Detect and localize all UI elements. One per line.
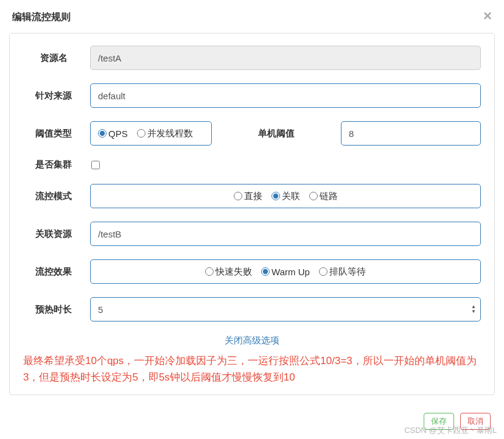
ref-resource-input[interactable] bbox=[90, 222, 481, 246]
toggle-advanced-link[interactable]: 关闭高级选项 bbox=[225, 335, 279, 345]
radio-relate[interactable]: 关联 bbox=[271, 191, 300, 202]
mode-label: 流控模式 bbox=[23, 191, 90, 202]
radio-relate-input[interactable] bbox=[271, 192, 280, 200]
annotation-note: 最终希望承受10个qps，一开始冷加载因子为三，一运行按照公式10/3=3，所以… bbox=[23, 353, 481, 385]
radio-thread[interactable]: 并发线程数 bbox=[137, 128, 193, 139]
radio-warmup-label: Warm Up bbox=[271, 267, 310, 277]
effect-group: 快速失败 Warm Up 排队等待 bbox=[90, 259, 481, 284]
threshold-value-label: 单机阈值 bbox=[221, 128, 332, 139]
radio-direct[interactable]: 直接 bbox=[234, 191, 262, 202]
radio-chain-input[interactable] bbox=[309, 192, 318, 200]
modal-title: 编辑流控规则 bbox=[12, 11, 71, 24]
threshold-value-input[interactable] bbox=[341, 121, 481, 146]
cluster-checkbox[interactable] bbox=[91, 161, 100, 169]
radio-queue-label: 排队等待 bbox=[329, 266, 366, 278]
ref-resource-label: 关联资源 bbox=[23, 228, 90, 240]
form-panel: 资源名 针对来源 阈值类型 QPS 并发线程数 单机阈值 bbox=[9, 33, 495, 395]
effect-label: 流控效果 bbox=[23, 266, 90, 278]
chevron-down-icon[interactable]: ▼ bbox=[471, 309, 476, 314]
cluster-label: 是否集群 bbox=[23, 159, 90, 170]
mode-group: 直接 关联 链路 bbox=[90, 184, 481, 208]
warmup-input[interactable]: 5 ▲ ▼ bbox=[90, 297, 481, 321]
cancel-button[interactable]: 取消 bbox=[460, 413, 491, 430]
radio-queue-input[interactable] bbox=[319, 267, 327, 276]
threshold-type-group: QPS 并发线程数 bbox=[90, 121, 212, 146]
radio-thread-label: 并发线程数 bbox=[147, 128, 193, 139]
resource-name-input bbox=[90, 46, 481, 70]
radio-thread-input[interactable] bbox=[137, 129, 145, 138]
radio-fast-label: 快速失败 bbox=[215, 266, 252, 278]
radio-chain-label: 链路 bbox=[320, 191, 338, 202]
limit-app-input[interactable] bbox=[90, 83, 481, 108]
radio-direct-input[interactable] bbox=[234, 192, 242, 200]
radio-relate-label: 关联 bbox=[282, 191, 300, 202]
radio-warmup-input[interactable] bbox=[261, 267, 270, 276]
limit-app-label: 针对来源 bbox=[23, 90, 90, 102]
threshold-type-label: 阈值类型 bbox=[23, 128, 90, 139]
close-icon[interactable]: × bbox=[483, 9, 492, 23]
radio-fast-input[interactable] bbox=[205, 267, 214, 276]
radio-chain[interactable]: 链路 bbox=[309, 191, 338, 202]
radio-qps[interactable]: QPS bbox=[98, 128, 128, 139]
spinner-arrows[interactable]: ▲ ▼ bbox=[470, 303, 477, 315]
radio-warmup[interactable]: Warm Up bbox=[261, 267, 310, 277]
save-button[interactable]: 保存 bbox=[424, 413, 454, 430]
warmup-label: 预热时长 bbox=[23, 304, 90, 315]
warmup-value: 5 bbox=[98, 304, 470, 315]
radio-fast[interactable]: 快速失败 bbox=[205, 266, 252, 278]
resource-name-label: 资源名 bbox=[23, 52, 90, 64]
radio-qps-input[interactable] bbox=[98, 129, 107, 138]
radio-direct-label: 直接 bbox=[244, 191, 262, 202]
radio-qps-label: QPS bbox=[108, 128, 128, 139]
radio-queue[interactable]: 排队等待 bbox=[319, 266, 366, 278]
